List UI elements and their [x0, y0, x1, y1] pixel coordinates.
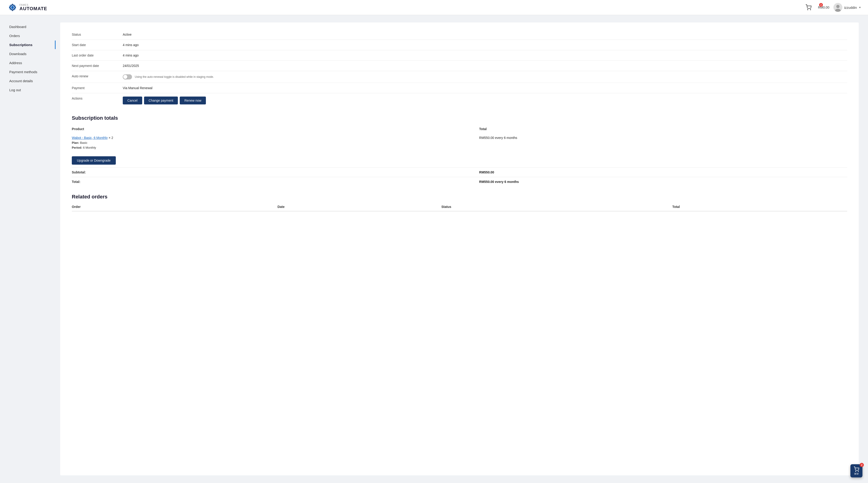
- svg-point-4: [810, 9, 811, 10]
- auto-renew-value: Using the auto-renewal toggle is disable…: [123, 71, 847, 83]
- col-order: Order: [72, 203, 277, 211]
- start-date-label: Start date: [72, 40, 123, 50]
- product-meta: Plan: Basic Period: 6 Monthly: [72, 140, 479, 150]
- auto-renew-toggle-row: Using the auto-renewal toggle is disable…: [123, 74, 847, 79]
- subtotal-value: RM550.00: [479, 167, 847, 177]
- main-content: Status Active Start date 4 mins ago Last…: [60, 23, 859, 475]
- product-link[interactable]: Wabot - Basic, 6 Monthly: [72, 136, 108, 140]
- subscription-info-table: Status Active Start date 4 mins ago Last…: [72, 29, 847, 108]
- period-label: Period:: [72, 146, 82, 149]
- username-label: izzuddin: [844, 5, 857, 9]
- sidebar: Dashboard Orders Subscriptions Downloads…: [0, 23, 56, 475]
- sidebar-item-log-out[interactable]: Log out: [9, 86, 56, 94]
- auto-renew-label: Auto renew: [72, 71, 123, 83]
- status-label: Status: [72, 29, 123, 40]
- start-date-value: 4 mins ago: [123, 40, 847, 50]
- last-order-row: Last order date 4 mins ago: [72, 50, 847, 61]
- toggle-knob: [123, 75, 127, 79]
- site-header: FAMES AUTOMATE 2 RM0.00 izzuddin ▾: [0, 0, 868, 15]
- sidebar-item-dashboard[interactable]: Dashboard: [9, 23, 56, 31]
- payment-row: Payment Via Manual Renewal: [72, 83, 847, 93]
- product-cell: Wabot - Basic, 6 Monthly × 2 × 2 Plan: B…: [72, 133, 479, 167]
- logo-automate-label: AUTOMATE: [20, 6, 47, 11]
- subscription-totals-title: Subscription totals: [72, 115, 847, 121]
- cart-button[interactable]: 2 RM0.00: [805, 4, 829, 10]
- product-total-cell: RM550.00 every 6 months: [479, 133, 847, 167]
- plan-label: Plan:: [72, 141, 79, 144]
- payment-label: Payment: [72, 83, 123, 93]
- product-row: Wabot - Basic, 6 Monthly × 2 × 2 Plan: B…: [72, 133, 847, 167]
- floating-cart-label: ⌘M: [854, 473, 859, 475]
- logo-icon: [7, 2, 18, 12]
- col-total: Total: [672, 203, 847, 211]
- sidebar-item-payment-methods[interactable]: Payment methods: [9, 68, 56, 76]
- subtotal-row: Subtotal: RM550.00: [72, 167, 847, 177]
- related-header-row: Order Date Status Total: [72, 203, 847, 211]
- actions-label: Actions: [72, 93, 123, 108]
- floating-cart-button[interactable]: 2 ⌘M: [850, 464, 863, 478]
- next-payment-label: Next payment date: [72, 61, 123, 71]
- status-value: Active: [123, 29, 847, 40]
- upgrade-btn-wrapper: Upgrade or Downgrade: [72, 154, 479, 165]
- sidebar-item-address[interactable]: Address: [9, 59, 56, 67]
- sidebar-item-downloads[interactable]: Downloads: [9, 50, 56, 58]
- plan-value: Basic: [80, 141, 87, 144]
- related-orders-table: Order Date Status Total: [72, 203, 847, 212]
- logo: FAMES AUTOMATE: [7, 2, 47, 12]
- related-orders-title: Related orders: [72, 194, 847, 200]
- auto-renew-note: Using the auto-renewal toggle is disable…: [135, 75, 214, 78]
- actions-value: Cancel Change payment Renew now: [123, 93, 847, 108]
- svg-point-8: [856, 471, 856, 472]
- page-wrapper: Dashboard Orders Subscriptions Downloads…: [0, 15, 868, 483]
- cart-badge: 2: [819, 3, 823, 7]
- renew-now-button[interactable]: Renew now: [180, 97, 206, 104]
- total-row: Total: RM550.00 every 6 months: [72, 177, 847, 186]
- product-qty: × 2: [108, 136, 113, 140]
- total-value: RM550.00 every 6 months: [479, 177, 847, 186]
- total-label: Total:: [72, 177, 479, 186]
- col-total: Total: [479, 125, 847, 133]
- subtotal-label: Subtotal:: [72, 167, 479, 177]
- next-payment-value: 24/01/2025: [123, 61, 847, 71]
- upgrade-downgrade-button[interactable]: Upgrade or Downgrade: [72, 156, 116, 165]
- cancel-button[interactable]: Cancel: [123, 97, 142, 104]
- col-product: Product: [72, 125, 479, 133]
- auto-renew-toggle[interactable]: [123, 74, 132, 79]
- auto-renew-row: Auto renew Using the auto-renewal toggle…: [72, 71, 847, 83]
- last-order-value: 4 mins ago: [123, 50, 847, 61]
- actions-row: Actions Cancel Change payment Renew now: [72, 93, 847, 108]
- subscription-totals-table: Product Total Wabot - Basic, 6 Monthly ×…: [72, 125, 847, 186]
- header-right: 2 RM0.00 izzuddin ▾: [805, 3, 861, 12]
- product-link-row: Wabot - Basic, 6 Monthly × 2 × 2: [72, 136, 479, 140]
- sidebar-item-subscriptions[interactable]: Subscriptions: [9, 40, 56, 49]
- payment-value: Via Manual Renewal: [123, 83, 847, 93]
- logo-text: FAMES AUTOMATE: [20, 4, 47, 11]
- period-value: 6 Monthly: [83, 146, 96, 149]
- col-status: Status: [441, 203, 672, 211]
- sidebar-item-account-details[interactable]: Account details: [9, 77, 56, 85]
- svg-point-6: [836, 5, 839, 8]
- sidebar-item-orders[interactable]: Orders: [9, 31, 56, 40]
- chevron-down-icon: ▾: [859, 6, 861, 9]
- totals-header-row: Product Total: [72, 125, 847, 133]
- cart-icon: [805, 4, 811, 10]
- action-buttons: Cancel Change payment Renew now: [123, 97, 847, 104]
- avatar: [834, 3, 842, 12]
- sidebar-nav: Dashboard Orders Subscriptions Downloads…: [9, 23, 56, 94]
- change-payment-button[interactable]: Change payment: [144, 97, 178, 104]
- next-payment-row: Next payment date 24/01/2025: [72, 61, 847, 71]
- floating-cart-icon: [854, 466, 859, 472]
- svg-point-9: [858, 471, 859, 472]
- user-menu-button[interactable]: izzuddin ▾: [834, 3, 861, 12]
- col-date: Date: [277, 203, 441, 211]
- svg-point-3: [808, 9, 808, 10]
- start-date-row: Start date 4 mins ago: [72, 40, 847, 50]
- floating-cart-badge: 2: [860, 463, 864, 467]
- last-order-label: Last order date: [72, 50, 123, 61]
- status-row: Status Active: [72, 29, 847, 40]
